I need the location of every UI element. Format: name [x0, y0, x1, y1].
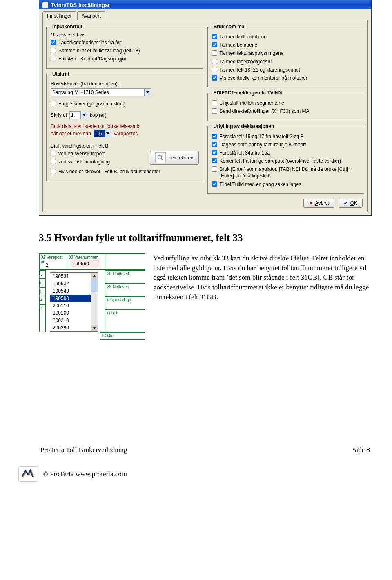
stub-1: 3: [40, 270, 45, 278]
cb-kopierfelt[interactable]: Kopier felt fra forrige varepost (oversk…: [212, 158, 360, 164]
cb-foresla15-box[interactable]: [212, 134, 217, 139]
cb-kolli-box[interactable]: [212, 34, 217, 39]
cb-foresla34a-box[interactable]: [212, 150, 217, 155]
cb-lagerkode2-label: Ta med lagerkod/godsnr: [220, 58, 272, 65]
varenummer-input[interactable]: 190590: [71, 260, 99, 267]
brukmal-legend: Bruk som mal: [212, 24, 247, 29]
varsling-heading: Bruk varslingstekst i Felt B: [51, 143, 199, 149]
list-item[interactable]: 200110: [50, 302, 91, 309]
vareposter-dropdown-arrow[interactable]: [105, 130, 111, 137]
cb-dagensdato-label: Dagens dato når ny fakturalinje v/import: [220, 141, 306, 148]
cb-direkteforto-box[interactable]: [212, 108, 217, 114]
f35-label: 35 Bruttovek: [105, 270, 145, 283]
printer-label: Hovedskriver (fra denne pc'en):: [51, 81, 199, 87]
varepost-nr-value: 2: [45, 262, 48, 268]
les-teksten-label: Les teksten: [168, 155, 193, 161]
cb-entertab-box[interactable]: [212, 166, 217, 172]
cb-svensk-hemtagning-box[interactable]: [51, 159, 56, 164]
brukmal-group: Bruk som mal Ta med kolli antallene Ta m…: [207, 24, 365, 87]
f38-label: 38 Nettovek: [105, 283, 145, 296]
edifact-group: EDIFACT-meldingen til TVINN Linjeskift m…: [207, 90, 365, 121]
scroll-up-icon[interactable]: [91, 273, 98, 280]
kopi-input[interactable]: [69, 111, 81, 119]
cb-kolli[interactable]: Ta med kolli antallene: [212, 34, 360, 40]
cb-linjeskift[interactable]: Linjeskift mellom segmentene: [212, 100, 360, 106]
cb-svensk-hemtagning[interactable]: ved svensk hemtagning: [51, 159, 150, 165]
cb-felt18-box[interactable]: [212, 67, 217, 72]
list-item[interactable]: 190590: [50, 295, 91, 302]
cb-svensk-import-box[interactable]: [51, 151, 56, 156]
cb-felt18[interactable]: Ta med felt 18, 21 og klareringsenhet: [212, 67, 360, 73]
cb-felt48-label: Fält 48 er Kontant/Dagsoppgjør: [58, 56, 127, 62]
cb-lagerkode[interactable]: Lagerkode/godsnr fins fra før: [51, 39, 199, 46]
cb-faktura[interactable]: Ta med fakturaopplysningene: [212, 50, 360, 56]
cb-faktura-box[interactable]: [212, 50, 217, 56]
cb-fargeskriver-label: Fargeskriver (gir grønn utskrift): [58, 101, 126, 107]
stub-5: 4: [40, 304, 45, 313]
f32-label: 32 Varepost: [41, 255, 62, 260]
cb-tildeltullid-box[interactable]: [212, 181, 217, 187]
cb-belop[interactable]: Ta med beløpene: [212, 42, 360, 48]
cb-vis-komm-box[interactable]: [212, 75, 217, 81]
cb-linjeskift-box[interactable]: [212, 100, 217, 105]
list-item[interactable]: 200190: [50, 309, 91, 317]
cb-fargeskriver[interactable]: Fargeskriver (gir grønn utskrift): [51, 101, 199, 107]
cb-feltb-override-box[interactable]: [51, 169, 56, 174]
inputkontroll-legend: Inputkontroll: [51, 24, 84, 29]
magnifier-icon: [155, 152, 166, 163]
cancel-button[interactable]: ✕AAvbrytvbryt: [303, 199, 334, 208]
printer-dropdown-arrow[interactable]: [145, 88, 151, 96]
section-heading: 3.5 Hvordan fylle ut tolltariffnummeret,…: [39, 232, 372, 244]
tab-avansert[interactable]: Avansert: [77, 11, 105, 20]
cb-foresla34a[interactable]: Foreslå felt 34a fra 15a: [212, 150, 360, 156]
cb-fargeskriver-box[interactable]: [51, 101, 56, 106]
tab-innstillinger[interactable]: Innstillinger: [42, 11, 76, 20]
cb-felt48[interactable]: Fält 48 er Kontant/Dagsoppgjør: [51, 56, 199, 62]
settings-dialog: Tvinn/TDS inställningar Innstillinger Av…: [39, 0, 372, 216]
cb-vis-komm[interactable]: Vis eventuelle kommentarer på mottaker: [212, 75, 360, 81]
les-teksten-button[interactable]: Les teksten: [150, 151, 198, 165]
inputkontroll-group: Inputkontroll Gi advarsel hvis: Lagerkod…: [46, 24, 203, 69]
scrollbar[interactable]: [91, 273, 98, 331]
cb-foresla34a-label: Foreslå felt 34a fra 15a: [220, 150, 270, 156]
cb-tildeltullid[interactable]: Tildel Tullid med en gang saken lages: [212, 181, 360, 188]
cb-foresla15-label: Foreslå felt 15 og 17 fra hhv felt 2 og …: [220, 133, 303, 140]
list-item[interactable]: 190540: [50, 287, 91, 295]
printer-select[interactable]: [51, 88, 145, 96]
cb-direkteforto[interactable]: Send direktefortollinger (X i F30) som M…: [212, 108, 360, 114]
scroll-down-icon[interactable]: [91, 325, 98, 331]
list-item[interactable]: 190531: [50, 273, 91, 280]
datalister-line2b: vareposter.: [114, 131, 138, 137]
cb-lagerkode2[interactable]: Ta med lagerkod/godsnr: [212, 58, 360, 65]
scroll-thumb[interactable]: [91, 280, 98, 292]
ok-button[interactable]: ✔OK: [339, 199, 363, 208]
cb-foresla15[interactable]: Foreslå felt 15 og 17 fra hhv felt 2 og …: [212, 133, 360, 140]
cb-lagerkode2-box[interactable]: [212, 59, 217, 64]
cb-bilnr-box[interactable]: [51, 48, 56, 53]
cb-belop-box[interactable]: [212, 42, 217, 47]
form-fragment: 32 Varepost nr. 2 33 Varenummer 190590 3…: [39, 253, 145, 340]
kopi-dropdown-arrow[interactable]: [81, 112, 87, 119]
list-item[interactable]: 190532: [50, 280, 91, 287]
proteria-logo: [18, 466, 38, 482]
cb-tildeltullid-label: Tildel Tullid med en gang saken lages: [220, 181, 301, 188]
cb-felt48-box[interactable]: [51, 56, 56, 61]
cb-bilnr[interactable]: Samme bilnr er brukt før idag (felt 18): [51, 47, 199, 54]
cb-direkteforto-label: Send direktefortollinger (X i F30) som M…: [220, 108, 310, 114]
enhet-label: enhet: [105, 309, 145, 332]
cb-dagensdato-box[interactable]: [212, 142, 217, 147]
cb-svensk-import[interactable]: ved en svensk import: [51, 150, 150, 157]
cb-kopierfelt-label: Kopier felt fra forrige varepost (oversk…: [220, 158, 341, 164]
cb-entertab[interactable]: Bruk [Enter] som tabulator, [TAB] NB! Du…: [212, 166, 360, 179]
cb-lagerkode-box[interactable]: [51, 40, 56, 45]
footer-copy: © ProTeria www.proteria.com: [43, 470, 127, 478]
cb-feltb-override[interactable]: Hvis noe er skrevet i Felt B, bruk det i…: [51, 168, 199, 175]
tariff-listbox[interactable]: 1905311905321905401905902001102001902002…: [50, 272, 98, 332]
list-item[interactable]: 200290: [50, 324, 91, 331]
vareposter-input[interactable]: 16: [94, 130, 105, 137]
cb-dagensdato[interactable]: Dagens dato når ny fakturalinje v/import: [212, 141, 360, 148]
utfylling-group: Utfylling av deklarasjonen Foreslå felt …: [207, 123, 365, 194]
cb-kopierfelt-box[interactable]: [212, 158, 217, 163]
footer-left: ProTeria Toll Brukerveiledning: [40, 446, 127, 454]
list-item[interactable]: 200210: [50, 317, 91, 324]
